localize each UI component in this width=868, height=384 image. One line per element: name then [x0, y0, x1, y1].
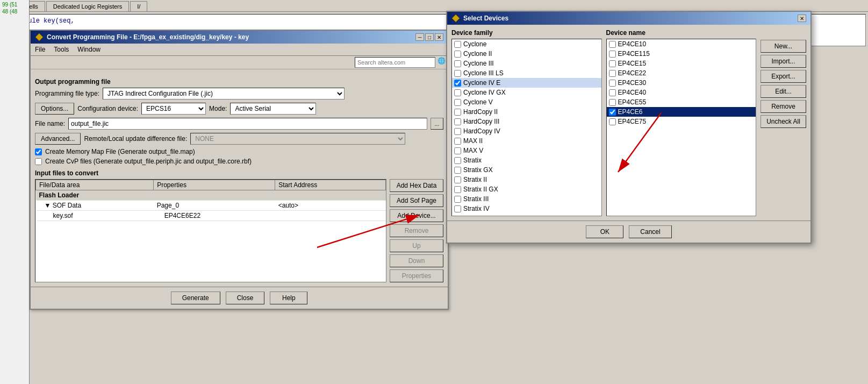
maximize-button[interactable]: □ — [425, 33, 434, 41]
device-item-ep4ce6[interactable]: EP4CE6 — [607, 107, 756, 117]
help-button[interactable]: Help — [270, 291, 307, 304]
family-checkbox-stratixgx[interactable] — [454, 167, 461, 174]
family-item-max5[interactable]: MAX V — [452, 146, 601, 155]
family-checkbox-cyclone2[interactable] — [454, 51, 461, 58]
family-checkbox-stratix4[interactable] — [454, 205, 461, 212]
family-item-stratix2gx[interactable]: Stratix II GX — [452, 184, 601, 194]
family-item-cyclone5[interactable]: Cyclone V — [452, 97, 601, 107]
family-checkbox-max2[interactable] — [454, 138, 461, 145]
device-item-ep4ce15[interactable]: EP4CE15 — [607, 59, 756, 68]
family-checkbox-max5[interactable] — [454, 147, 461, 154]
family-item-stratix[interactable]: Stratix — [452, 155, 601, 165]
add-sof-page-button[interactable]: Add Sof Page — [390, 194, 443, 207]
prog-file-type-select[interactable]: JTAG Indirect Configuration File (.jic) — [103, 88, 345, 99]
family-item-cyclone4gx[interactable]: Cyclone IV GX — [452, 88, 601, 97]
close-button-footer[interactable]: Close — [226, 291, 265, 304]
family-checkbox-cyclone3ls[interactable] — [454, 70, 461, 77]
add-hex-data-button[interactable]: Add Hex Data — [390, 179, 443, 192]
device-checkbox-ep4ce55[interactable] — [609, 99, 616, 106]
family-item-stratixgx[interactable]: Stratix GX — [452, 165, 601, 175]
select-devices-close-btn[interactable]: ✕ — [798, 15, 806, 22]
menu-window[interactable]: Window — [75, 45, 103, 54]
remove-device-button[interactable]: Remove — [761, 100, 806, 113]
family-item-cyclone3[interactable]: Cyclone III — [452, 59, 601, 68]
export-button[interactable]: Export... — [761, 70, 806, 83]
down-button[interactable]: Down — [390, 254, 443, 267]
device-name-list[interactable]: EP4CE10 EP4CE115 EP4CE15 EP4CE22 EP4CE30 — [606, 39, 757, 216]
family-item-hardcopy4[interactable]: HardCopy IV — [452, 126, 601, 136]
search-input[interactable] — [355, 57, 435, 68]
remote-update-select[interactable]: NONE — [190, 133, 405, 145]
family-checkbox-cyclone5[interactable] — [454, 99, 461, 106]
table-row-flash-loader[interactable]: Flash Loader — [36, 190, 386, 201]
family-checkbox-stratix[interactable] — [454, 157, 461, 164]
import-button[interactable]: Import... — [761, 55, 806, 68]
device-item-ep4ce30[interactable]: EP4CE30 — [607, 78, 756, 88]
generate-button[interactable]: Generate — [171, 291, 220, 304]
device-checkbox-ep4ce115[interactable] — [609, 51, 616, 58]
menu-tools[interactable]: Tools — [52, 45, 71, 54]
options-button[interactable]: Options... — [35, 103, 74, 115]
config-device-select[interactable]: EPCS16 — [141, 103, 206, 115]
family-item-cyclone4e[interactable]: Cyclone IV E — [452, 78, 601, 88]
family-item-stratix3[interactable]: Stratix III — [452, 194, 601, 204]
family-checkbox-cyclone4gx[interactable] — [454, 89, 461, 96]
properties-button[interactable]: Properties — [390, 269, 443, 282]
advanced-button[interactable]: Advanced... — [35, 133, 81, 145]
device-checkbox-ep4ce40[interactable] — [609, 89, 616, 96]
create-cvp-checkbox[interactable] — [35, 158, 42, 165]
family-item-cyclone2[interactable]: Cyclone II — [452, 49, 601, 59]
menu-file[interactable]: File — [33, 45, 47, 54]
mode-select[interactable]: Active Serial — [230, 103, 316, 115]
family-item-max2[interactable]: MAX II — [452, 136, 601, 146]
family-item-stratix2[interactable]: Stratix II — [452, 175, 601, 184]
tab-io[interactable]: I/ — [130, 1, 147, 11]
family-checkbox-hardcopy3[interactable] — [454, 118, 461, 125]
uncheck-all-button[interactable]: Uncheck All — [761, 115, 806, 128]
minimize-button[interactable]: ─ — [415, 33, 424, 41]
device-item-ep4ce22[interactable]: EP4CE22 — [607, 68, 756, 78]
device-item-ep4ce55[interactable]: EP4CE55 — [607, 97, 756, 107]
close-button[interactable]: ✕ — [435, 33, 443, 41]
family-item-stratix4[interactable]: Stratix IV — [452, 204, 601, 214]
family-item-hardcopy2[interactable]: HardCopy II — [452, 107, 601, 117]
new-button[interactable]: New... — [761, 40, 806, 53]
search-globe-icon[interactable]: 🌐 — [437, 57, 446, 68]
file-name-input[interactable] — [68, 118, 427, 130]
up-button[interactable]: Up — [390, 239, 443, 252]
sidebar-item-2: 48 (48 — [1, 8, 28, 15]
remove-button[interactable]: Remove — [390, 224, 443, 237]
browse-button[interactable]: ... — [431, 118, 443, 130]
family-item-cyclone[interactable]: Cyclone — [452, 39, 601, 49]
device-checkbox-ep4ce22[interactable] — [609, 70, 616, 77]
family-item-cyclone3ls[interactable]: Cyclone III LS — [452, 68, 601, 78]
device-item-ep4ce40[interactable]: EP4CE40 — [607, 88, 756, 97]
family-checkbox-hardcopy2[interactable] — [454, 109, 461, 116]
dialog-icon — [35, 33, 44, 41]
ok-button[interactable]: OK — [586, 225, 623, 238]
family-item-hardcopy3[interactable]: HardCopy III — [452, 117, 601, 126]
family-checkbox-hardcopy4[interactable] — [454, 128, 461, 135]
table-row-key-sof[interactable]: key.sof EP4CE6E22 — [36, 211, 386, 221]
table-row-sof-data[interactable]: ▼ SOF Data Page_0 <auto> — [36, 201, 386, 211]
family-checkbox-stratix2[interactable] — [454, 176, 461, 183]
family-checkbox-cyclone4e[interactable] — [454, 80, 461, 87]
family-checkbox-stratix3[interactable] — [454, 196, 461, 203]
add-device-button[interactable]: Add Device... — [390, 209, 443, 222]
device-item-ep4ce75[interactable]: EP4CE75 — [607, 117, 756, 126]
edit-button[interactable]: Edit... — [761, 85, 806, 98]
device-item-ep4ce115[interactable]: EP4CE115 — [607, 49, 756, 59]
family-checkbox-cyclone3[interactable] — [454, 60, 461, 67]
device-checkbox-ep4ce6[interactable] — [609, 109, 616, 116]
device-item-ep4ce10[interactable]: EP4CE10 — [607, 39, 756, 49]
tab-dedicated-logic[interactable]: Dedicated Logic Registers — [46, 1, 129, 11]
family-checkbox-cyclone[interactable] — [454, 41, 461, 48]
device-checkbox-ep4ce10[interactable] — [609, 41, 616, 48]
family-checkbox-stratix2gx[interactable] — [454, 186, 461, 193]
device-checkbox-ep4ce30[interactable] — [609, 80, 616, 87]
device-checkbox-ep4ce75[interactable] — [609, 118, 616, 125]
device-family-list[interactable]: Cyclone Cyclone II Cyclone III Cyclone I… — [451, 39, 602, 216]
device-checkbox-ep4ce15[interactable] — [609, 60, 616, 67]
cancel-button[interactable]: Cancel — [629, 225, 671, 238]
create-memory-map-checkbox[interactable] — [35, 148, 42, 155]
